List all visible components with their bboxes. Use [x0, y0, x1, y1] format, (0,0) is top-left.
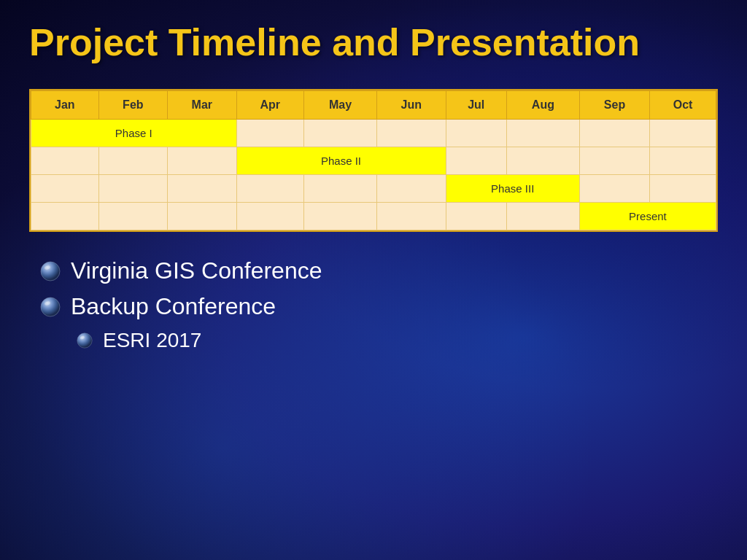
timeline-cell: [650, 175, 716, 203]
bullet-list: Virginia GIS Conference Backup Conferenc…: [29, 257, 718, 352]
timeline-cell: [168, 147, 236, 175]
timeline-header-cell: Oct: [650, 91, 716, 120]
timeline-cell: [304, 175, 377, 203]
timeline-cell: [446, 203, 506, 230]
timeline-header-cell: Jun: [377, 91, 446, 120]
phase-1-cell: Phase I: [31, 120, 237, 147]
timeline-cell: [304, 120, 377, 147]
timeline-row: Phase II: [31, 147, 716, 175]
timeline-cell: [236, 203, 304, 230]
timeline-cell: [304, 203, 377, 230]
timeline-header-cell: May: [304, 91, 377, 120]
timeline-header-cell: Jul: [446, 91, 506, 120]
timeline-header-cell: Apr: [236, 91, 304, 120]
timeline-cell: [377, 175, 446, 203]
timeline-cell: [31, 203, 99, 230]
bullet-sphere-icon: [77, 332, 93, 349]
timeline-row: Phase I: [31, 120, 716, 147]
bullet-label: ESRI 2017: [103, 329, 201, 352]
bullet-sphere-icon: [40, 261, 61, 281]
timeline-cell: [579, 175, 649, 203]
timeline-cell: [579, 147, 649, 175]
phase-2-cell: Phase II: [236, 147, 446, 175]
timeline-cell: [506, 203, 579, 230]
bullet-label: Virginia GIS Conference: [71, 257, 322, 284]
timeline-cell: [446, 147, 506, 175]
present-cell: Present: [579, 203, 716, 230]
timeline-cell: [236, 175, 304, 203]
timeline-header-cell: Sep: [579, 91, 649, 120]
timeline-cell: [31, 175, 99, 203]
timeline-cell: [236, 120, 304, 147]
bullet-label: Backup Conference: [71, 293, 276, 320]
timeline-cell: [98, 175, 167, 203]
timeline-header-cell: Mar: [168, 91, 236, 120]
timeline-cell: [446, 120, 506, 147]
timeline-cell: [377, 203, 446, 230]
timeline-cell: [168, 203, 236, 230]
bullet-sphere-icon: [40, 297, 61, 317]
timeline-body: Phase IPhase IIPhase IIIPresent: [31, 120, 716, 230]
timeline-header-cell: Aug: [506, 91, 579, 120]
timeline-cell: [31, 147, 99, 175]
bullet-item: ESRI 2017: [77, 329, 718, 352]
timeline-cell: [377, 120, 446, 147]
timeline-cell: [579, 120, 649, 147]
timeline-row: Phase III: [31, 175, 716, 203]
timeline-row: Present: [31, 203, 716, 230]
timeline-cell: [168, 175, 236, 203]
bullet-item: Virginia GIS Conference: [40, 257, 718, 284]
timeline-cell: [650, 147, 716, 175]
timeline-header-cell: Feb: [98, 91, 167, 120]
timeline-cell: [506, 120, 579, 147]
phase-3-cell: Phase III: [446, 175, 579, 203]
timeline-cell: [98, 147, 167, 175]
timeline-header-row: JanFebMarAprMayJunJulAugSepOct: [31, 91, 716, 120]
page-title: Project Timeline and Presentation: [29, 22, 718, 63]
timeline-container: JanFebMarAprMayJunJulAugSepOct Phase IPh…: [29, 89, 718, 232]
timeline-cell: [650, 120, 716, 147]
timeline-header-cell: Jan: [31, 91, 99, 120]
bullet-item: Backup Conference: [40, 293, 718, 320]
timeline-cell: [98, 203, 167, 230]
timeline-cell: [506, 147, 579, 175]
timeline-table: JanFebMarAprMayJunJulAugSepOct Phase IPh…: [31, 90, 716, 230]
